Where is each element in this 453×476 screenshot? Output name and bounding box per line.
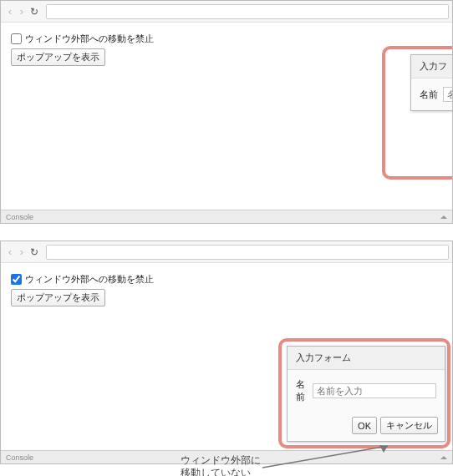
back-icon[interactable]: ‹ [4,5,16,18]
prohibit-move-label: ウィンドウ外部への移動を禁止 [25,33,154,45]
prohibit-move-checkbox[interactable] [11,33,22,44]
prohibit-move-label: ウィンドウ外部への移動を禁止 [25,273,154,286]
name-label: 名前 [420,89,438,101]
console-label: Console [6,213,33,221]
example-unchecked: ‹ › ↻ ウィンドウ外部への移動を禁止 ポップアップを表示 入力フ 名前 Co… [0,0,453,224]
forward-icon[interactable]: › [16,5,28,18]
name-label: 名前 [296,378,308,403]
reload-icon[interactable]: ↻ [28,6,41,18]
chevron-up-icon [440,456,447,459]
console-strip[interactable]: Console [1,210,452,223]
popup-title: 入力フ [411,55,452,78]
browser-toolbar: ‹ › ↻ [1,241,452,263]
prohibit-move-checkbox[interactable] [11,274,22,285]
console-label: Console [6,453,33,462]
back-icon[interactable]: ‹ [4,246,16,258]
svg-line-0 [262,446,388,468]
popup-title: 入力フォーム [288,347,445,370]
show-popup-button[interactable]: ポップアップを表示 [11,289,105,306]
name-input[interactable] [443,87,452,102]
reload-icon[interactable]: ↻ [28,246,41,258]
show-popup-button[interactable]: ポップアップを表示 [11,48,105,66]
url-field[interactable] [46,245,449,260]
chevron-up-icon [440,215,447,219]
annotation-arrow-icon [262,441,405,474]
browser-toolbar: ‹ › ↻ [1,1,452,23]
annotation-text: ウィンドウ外部に 移動していない [181,454,261,476]
cancel-button[interactable]: キャンセル [380,417,438,434]
url-field[interactable] [46,4,449,19]
page-body: ウィンドウ外部への移動を禁止 ポップアップを表示 入力フ 名前 [1,23,452,210]
forward-icon[interactable]: › [16,246,28,258]
name-input[interactable] [313,383,436,398]
ok-button[interactable]: OK [352,417,377,434]
page-body: ウィンドウ外部への移動を禁止 ポップアップを表示 入力フォーム 名前 OK キャ… [1,263,452,450]
example-checked: ‹ › ↻ ウィンドウ外部への移動を禁止 ポップアップを表示 入力フォーム 名前… [0,241,453,464]
svg-marker-1 [379,445,388,453]
popup-dialog[interactable]: 入力フォーム 名前 OK キャンセル [287,346,445,442]
popup-dialog[interactable]: 入力フ 名前 [410,54,452,111]
